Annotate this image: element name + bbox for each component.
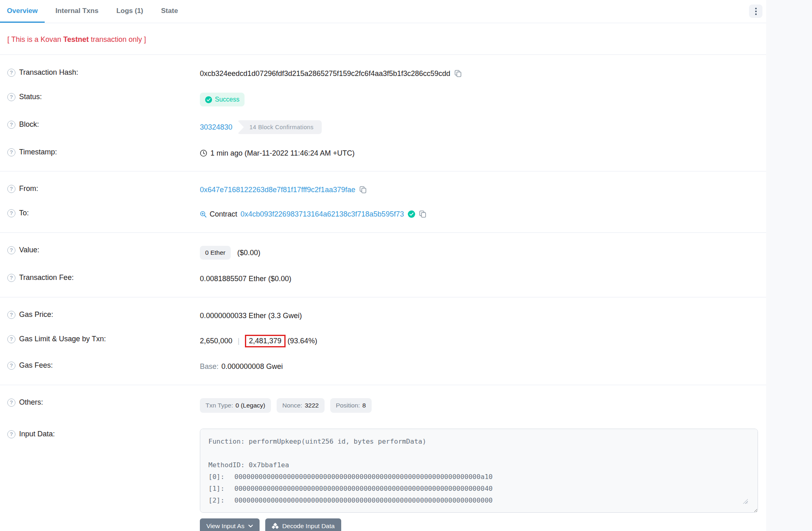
help-icon[interactable]: ? bbox=[7, 362, 15, 370]
clock-icon bbox=[200, 150, 207, 157]
row-gas-limit-usage: ? Gas Limit & Usage by Txn: 2,650,000 | … bbox=[0, 328, 766, 354]
input-methodid-line: MethodID: 0x7bbaf1ea bbox=[208, 459, 749, 471]
param-value: 0000000000000000000000000000000000000000… bbox=[234, 471, 493, 483]
block-number-link[interactable]: 30324830 bbox=[200, 123, 232, 132]
to-type-label: Contract bbox=[210, 210, 237, 219]
row-transaction-hash: ? Transaction Hash: 0xcb324eedcd1d07296f… bbox=[0, 61, 766, 86]
status-text: Success bbox=[215, 96, 239, 103]
help-icon[interactable]: ? bbox=[7, 430, 15, 438]
row-label: Block: bbox=[19, 120, 39, 129]
timestamp-value: 1 min ago (Mar-11-2022 11:46:24 AM +UTC) bbox=[210, 149, 355, 158]
help-icon[interactable]: ? bbox=[7, 335, 15, 343]
row-label: Transaction Hash: bbox=[19, 68, 78, 77]
decode-input-data-label: Decode Input Data bbox=[282, 522, 335, 530]
row-label: Gas Limit & Usage by Txn: bbox=[19, 335, 106, 343]
row-label: Status: bbox=[19, 93, 42, 101]
copy-icon[interactable] bbox=[359, 186, 366, 193]
tab-overview[interactable]: Overview bbox=[0, 0, 45, 23]
help-icon[interactable]: ? bbox=[7, 121, 15, 129]
row-to: ? To: Contract 0x4cb093f226983713164a621… bbox=[0, 202, 766, 226]
row-others: ? Others: Txn Type: 0 (Legacy) Nonce: 32… bbox=[0, 391, 766, 420]
to-address-link[interactable]: 0x4cb093f226983713164a62138c3f718a5b595f… bbox=[240, 210, 404, 219]
badge-key: Txn Type: bbox=[206, 402, 233, 409]
row-from: ? From: 0x647e7168122263d8e7f81f17fff9c2… bbox=[0, 178, 766, 202]
nonce-badge: Nonce: 3222 bbox=[277, 398, 325, 413]
row-gas-price: ? Gas Price: 0.0000000033 Ether (3.3 Gwe… bbox=[0, 303, 766, 328]
tab-state[interactable]: State bbox=[154, 0, 185, 23]
input-param-line: [2]: 00000000000000000000000000000000000… bbox=[208, 494, 749, 506]
decode-input-data-button[interactable]: Decode Input Data bbox=[265, 518, 341, 531]
transaction-details-card: Overview Internal Txns Logs (1) State [ … bbox=[0, 0, 766, 531]
notice-bold: Testnet bbox=[63, 35, 89, 43]
transaction-hash-value: 0xcb324eedcd1d07296fdf3d215a2865275f159c… bbox=[200, 69, 450, 78]
help-icon[interactable]: ? bbox=[7, 311, 15, 319]
param-index: [1]: bbox=[208, 483, 234, 494]
transaction-fee-value: 0.0081885507 Ether ($0.00) bbox=[200, 275, 291, 283]
gas-base-value: 0.000000008 Gwei bbox=[221, 362, 283, 371]
tab-logs[interactable]: Logs (1) bbox=[109, 0, 150, 23]
row-gas-fees: ? Gas Fees: Base: 0.000000008 Gwei bbox=[0, 354, 766, 379]
help-icon[interactable]: ? bbox=[7, 69, 15, 77]
badge-value: 8 bbox=[362, 402, 366, 409]
row-label: Timestamp: bbox=[19, 148, 57, 156]
position-badge: Position: 8 bbox=[330, 398, 372, 413]
value-usd: ($0.00) bbox=[237, 249, 260, 257]
row-label: Input Data: bbox=[19, 430, 55, 438]
badge-value: 3222 bbox=[305, 402, 318, 409]
kebab-menu-button[interactable] bbox=[749, 4, 762, 18]
value-amount-badge: 0 Ether bbox=[200, 246, 231, 260]
gas-used-percent: (93.64%) bbox=[288, 337, 317, 345]
input-param-line: [1]: 00000000000000000000000000000000000… bbox=[208, 483, 749, 494]
tab-bar: Overview Internal Txns Logs (1) State bbox=[0, 0, 766, 23]
row-timestamp: ? Timestamp: 1 min ago (Mar-11-2022 11:4… bbox=[0, 141, 766, 165]
help-icon[interactable]: ? bbox=[7, 148, 15, 156]
magnifier-plus-icon[interactable] bbox=[200, 211, 207, 218]
copy-icon[interactable] bbox=[419, 210, 426, 218]
help-icon[interactable]: ? bbox=[7, 185, 15, 193]
copy-icon[interactable] bbox=[455, 70, 461, 77]
param-value: 0000000000000000000000000000000000000000… bbox=[234, 483, 493, 494]
row-label: To: bbox=[19, 209, 29, 217]
row-label: From: bbox=[19, 184, 38, 193]
cubes-icon bbox=[272, 523, 279, 529]
help-icon[interactable]: ? bbox=[7, 399, 15, 407]
help-icon[interactable]: ? bbox=[7, 209, 15, 217]
view-input-as-label: View Input As bbox=[206, 522, 245, 530]
help-icon[interactable]: ? bbox=[7, 246, 15, 254]
gas-base-label: Base: bbox=[200, 362, 219, 371]
gas-price-value: 0.0000000033 Ether (3.3 Gwei) bbox=[200, 312, 302, 320]
check-circle-icon bbox=[205, 96, 212, 103]
row-label: Transaction Fee: bbox=[19, 273, 74, 282]
input-data-actions: View Input As Decode Input Data bbox=[200, 518, 758, 531]
tab-internal-txns[interactable]: Internal Txns bbox=[49, 0, 106, 23]
input-function-line: Function: performUpkeep(uint256 id, byte… bbox=[208, 436, 749, 447]
help-icon[interactable]: ? bbox=[7, 274, 15, 282]
row-status: ? Status: Success bbox=[0, 86, 766, 113]
block-confirmations-badge: 14 Block Confirmations bbox=[237, 120, 322, 134]
gas-used-value: 2,481,379 bbox=[249, 337, 281, 345]
badge-key: Nonce: bbox=[282, 402, 302, 409]
row-block: ? Block: 30324830 14 Block Confirmations bbox=[0, 113, 766, 141]
row-label: Others: bbox=[19, 398, 43, 407]
testnet-notice: [ This is a Kovan Testnet transaction on… bbox=[0, 23, 766, 54]
badge-value: 0 (Legacy) bbox=[236, 402, 265, 409]
chevron-down-icon bbox=[248, 524, 253, 528]
from-address-link[interactable]: 0x647e7168122263d8e7f81f17fff9c2f1aa379f… bbox=[200, 186, 355, 194]
verified-check-icon bbox=[408, 210, 415, 218]
row-value: ? Value: 0 Ether ($0.00) bbox=[0, 239, 766, 267]
notice-suffix: transaction only ] bbox=[89, 35, 146, 43]
view-input-as-button[interactable]: View Input As bbox=[200, 518, 260, 531]
row-label: Gas Price: bbox=[19, 310, 53, 319]
gas-used-highlight: 2,481,379 bbox=[245, 335, 286, 347]
gas-separator: | bbox=[238, 337, 240, 345]
row-label: Value: bbox=[19, 246, 39, 254]
input-data-textarea[interactable]: Function: performUpkeep(uint256 id, byte… bbox=[200, 429, 758, 513]
notice-prefix: [ This is a Kovan bbox=[7, 35, 63, 43]
help-icon[interactable]: ? bbox=[7, 93, 15, 101]
row-transaction-fee: ? Transaction Fee: 0.0081885507 Ether ($… bbox=[0, 267, 766, 291]
status-badge: Success bbox=[200, 93, 245, 106]
param-index: [2]: bbox=[208, 494, 234, 506]
input-param-line: [0]: 00000000000000000000000000000000000… bbox=[208, 471, 749, 483]
row-label: Gas Fees: bbox=[19, 361, 53, 370]
gas-limit-value: 2,650,000 bbox=[200, 337, 232, 345]
